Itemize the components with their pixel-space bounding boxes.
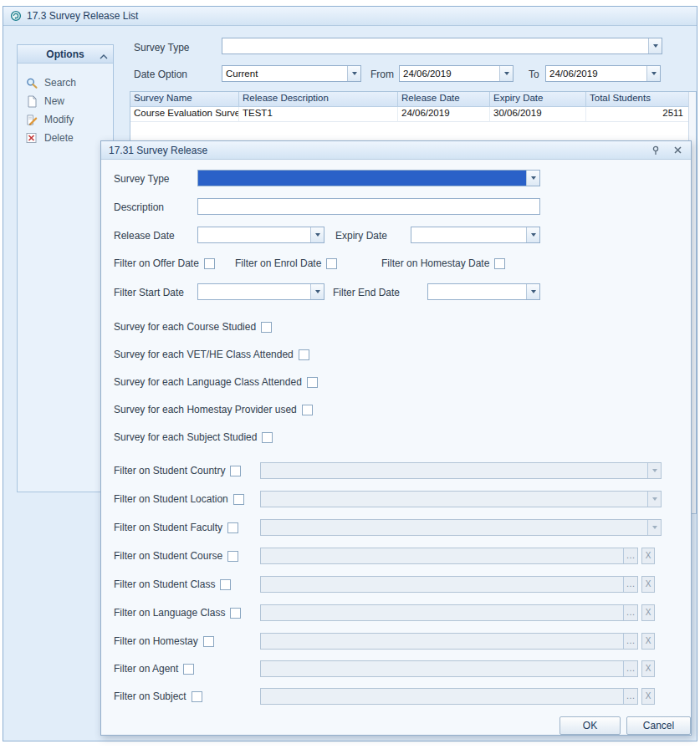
- to-date-dropdown-button[interactable]: [646, 66, 660, 81]
- options-panel: Options Search: [17, 44, 114, 492]
- filter-student-class-checkbox[interactable]: [220, 579, 231, 590]
- filter-agent-checkbox[interactable]: [183, 664, 194, 675]
- release-date-dropdown-button[interactable]: [310, 227, 324, 242]
- date-option-dropdown-button[interactable]: [347, 66, 360, 81]
- survey-each-homestay-provider-checkbox[interactable]: [302, 405, 313, 415]
- filter-agent-label: Filter on Agent: [114, 663, 178, 675]
- from-date-dropdown-button[interactable]: [499, 66, 513, 81]
- filter-student-course-row: Filter on Student Course: [114, 548, 238, 564]
- options-items: Search New Modify: [18, 64, 113, 147]
- chevron-up-icon[interactable]: [100, 50, 108, 62]
- survey-each-homestay-provider-row: Survey for each Homestay Provider used: [114, 401, 313, 418]
- chevron-down-icon: [315, 233, 320, 237]
- filter-student-location-value: [261, 492, 647, 507]
- expiry-date-value: [411, 227, 526, 242]
- filter-start-date-combo[interactable]: [197, 283, 324, 300]
- filter-student-faculty-checkbox[interactable]: [227, 522, 238, 533]
- filter-start-date-value: [198, 284, 310, 299]
- column-header-total-students[interactable]: Total Students: [586, 92, 696, 107]
- pin-icon[interactable]: [650, 145, 662, 156]
- dialog-survey-type-label: Survey Type: [114, 173, 169, 185]
- release-date-label: Release Date: [114, 230, 175, 242]
- filter-end-date-dropdown-button[interactable]: [526, 284, 539, 299]
- survey-type-dropdown-button[interactable]: [648, 38, 662, 54]
- chevron-down-icon: [652, 469, 657, 472]
- survey-type-label: Survey Type: [134, 42, 189, 54]
- survey-each-subject-label: Survey for each Subject Studied: [114, 431, 257, 443]
- survey-each-language-class-label: Survey for each Language Class Attended: [114, 376, 302, 388]
- filter-student-location-checkbox[interactable]: [233, 494, 244, 505]
- new-document-icon: [26, 95, 38, 107]
- column-header-release-description[interactable]: Release Description: [239, 92, 398, 107]
- filter-homestay-date-row: Filter on Homestay Date: [381, 255, 505, 272]
- survey-each-language-class-checkbox[interactable]: [307, 377, 318, 388]
- filter-language-class-checkbox[interactable]: [230, 608, 241, 619]
- options-item-search[interactable]: Search: [18, 74, 113, 92]
- filter-homestay-checkbox[interactable]: [203, 636, 214, 647]
- cell-survey-name: Course Evaluation Survey: [130, 107, 239, 122]
- filter-language-class-value: [261, 605, 623, 620]
- filter-student-location-row: Filter on Student Location: [114, 491, 244, 507]
- filter-student-course-label: Filter on Student Course: [114, 550, 222, 562]
- filter-enrol-date-label: Filter on Enrol Date: [235, 257, 321, 269]
- release-date-combo[interactable]: [197, 227, 324, 243]
- filter-end-date-combo[interactable]: [427, 283, 540, 300]
- filter-language-class-picker: …: [260, 604, 638, 621]
- survey-each-vet-he-class-label: Survey for each VET/HE Class Attended: [114, 349, 294, 360]
- filter-student-class-browse-button: …: [623, 577, 637, 592]
- cancel-button[interactable]: Cancel: [626, 716, 691, 735]
- filter-start-date-dropdown-button[interactable]: [310, 284, 324, 299]
- filter-student-class-clear-button: X: [641, 576, 655, 593]
- filter-offer-date-checkbox[interactable]: [204, 258, 215, 269]
- options-item-modify[interactable]: Modify: [18, 110, 113, 129]
- filter-student-class-picker: …: [260, 576, 638, 593]
- filter-end-date-label: Filter End Date: [333, 287, 400, 298]
- options-item-label: Delete: [44, 132, 74, 144]
- dialog-survey-type-dropdown-button[interactable]: [526, 171, 539, 186]
- ok-button[interactable]: OK: [559, 716, 621, 735]
- filter-student-country-row: Filter on Student Country: [114, 462, 241, 479]
- filter-agent-picker: …: [260, 660, 638, 677]
- filter-student-location-label: Filter on Student Location: [114, 493, 228, 505]
- dialog-title: 17.31 Survey Release: [109, 145, 207, 156]
- description-input[interactable]: [197, 198, 540, 215]
- main-window-title: 17.3 Survey Release List: [27, 10, 138, 22]
- cell-total-students: 2511: [586, 107, 696, 122]
- filter-homestay-date-checkbox[interactable]: [494, 258, 505, 269]
- options-item-delete[interactable]: Delete: [18, 129, 113, 147]
- column-header-expiry-date[interactable]: Expiry Date: [490, 92, 586, 107]
- expiry-date-dropdown-button[interactable]: [526, 227, 539, 242]
- from-date-combo[interactable]: 24/06/2019: [399, 65, 514, 82]
- column-header-survey-name[interactable]: Survey Name: [130, 92, 239, 107]
- survey-each-subject-checkbox[interactable]: [262, 432, 273, 443]
- filter-student-country-combo: [260, 462, 662, 479]
- column-header-release-date[interactable]: Release Date: [398, 92, 490, 107]
- filter-subject-value: [261, 689, 623, 704]
- survey-each-subject-row: Survey for each Subject Studied: [114, 429, 273, 446]
- filter-language-class-row: Filter on Language Class: [114, 604, 241, 621]
- expiry-date-combo[interactable]: [411, 227, 540, 243]
- table-row[interactable]: Course Evaluation Survey TEST1 24/06/201…: [130, 107, 696, 122]
- to-date-combo[interactable]: 24/06/2019: [545, 65, 661, 82]
- filter-subject-browse-button: …: [623, 689, 637, 704]
- survey-type-combo[interactable]: [222, 38, 662, 54]
- filter-student-course-checkbox[interactable]: [227, 551, 238, 562]
- dialog-survey-type-combo[interactable]: [197, 170, 540, 186]
- filter-subject-checkbox[interactable]: [192, 691, 202, 702]
- cell-release-description: TEST1: [239, 107, 398, 122]
- date-option-combo[interactable]: Current: [222, 65, 361, 82]
- delete-icon: [26, 132, 38, 144]
- chevron-down-icon: [653, 44, 658, 48]
- chevron-down-icon: [531, 176, 536, 180]
- survey-each-vet-he-class-checkbox[interactable]: [299, 349, 309, 360]
- filter-enrol-date-checkbox[interactable]: [326, 258, 337, 269]
- dialog-survey-type-value: [198, 171, 526, 186]
- options-item-new[interactable]: New: [18, 92, 113, 110]
- date-option-value: Current: [222, 66, 347, 81]
- filter-student-country-checkbox[interactable]: [230, 466, 241, 476]
- survey-each-course-checkbox[interactable]: [261, 322, 272, 333]
- close-icon[interactable]: [672, 145, 683, 156]
- cell-expiry-date: 30/06/2019: [490, 107, 586, 122]
- options-header[interactable]: Options: [18, 45, 113, 64]
- chevron-down-icon: [652, 526, 657, 529]
